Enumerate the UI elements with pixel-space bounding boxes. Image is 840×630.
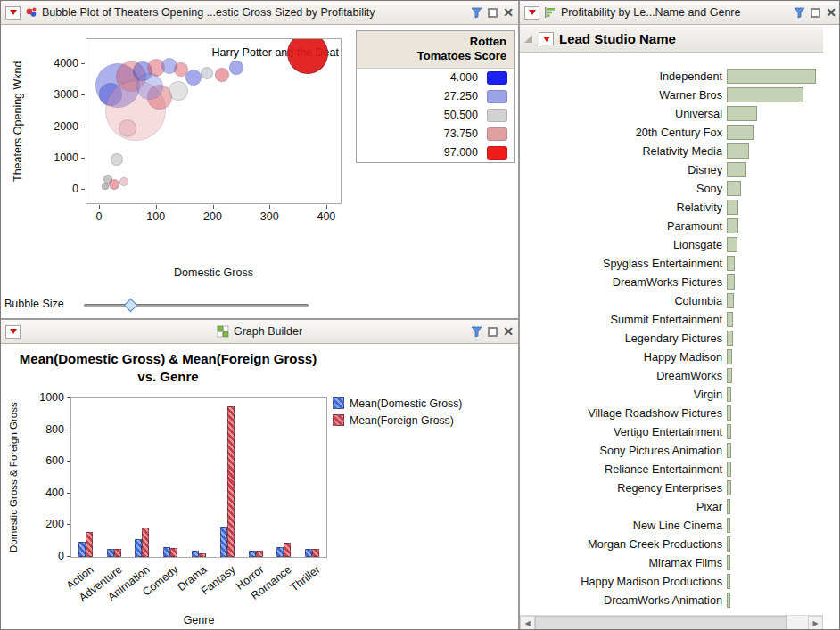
red-triangle-menu-button[interactable] — [5, 325, 21, 339]
bubble-size-slider[interactable] — [84, 299, 309, 311]
bar-foreign-gross[interactable] — [256, 551, 263, 557]
studio-name-label: 20th Century Fox — [520, 127, 727, 139]
profitability-bar[interactable] — [727, 218, 738, 233]
scrollbar-thumb[interactable] — [535, 616, 787, 630]
slider-track[interactable] — [84, 304, 309, 307]
profitability-bar[interactable] — [727, 143, 749, 159]
profitability-bar[interactable] — [727, 518, 730, 533]
profitability-bar[interactable] — [727, 593, 730, 608]
bar-domestic-gross[interactable] — [220, 527, 227, 557]
data-bubble[interactable] — [185, 70, 202, 86]
close-icon[interactable]: ✕ — [826, 6, 836, 19]
bar-domestic-gross[interactable] — [305, 549, 312, 557]
red-triangle-menu-button[interactable] — [539, 32, 554, 45]
bar-chart-plot-area[interactable] — [70, 397, 327, 558]
bar-domestic-gross[interactable] — [249, 551, 256, 557]
profitability-bar[interactable] — [727, 368, 732, 383]
horizontal-scrollbar[interactable]: ◀ ▶ — [520, 615, 823, 630]
bar-foreign-gross[interactable] — [86, 532, 93, 557]
legend-item[interactable]: 27.250 — [357, 87, 514, 106]
studio-row: DreamWorks Animation — [520, 591, 823, 610]
filter-funnel-icon[interactable] — [794, 7, 805, 19]
profitability-bar[interactable] — [727, 312, 733, 327]
left-column: Bubble Plot of Theaters Opening ...estic… — [1, 1, 518, 630]
profitability-bar[interactable] — [727, 69, 816, 84]
profitability-bar[interactable] — [727, 87, 803, 102]
profitability-bar[interactable] — [727, 499, 730, 514]
scroll-left-arrow[interactable]: ◀ — [520, 616, 535, 630]
profitability-bar[interactable] — [727, 424, 731, 439]
legend-item[interactable]: 73.750 — [357, 125, 514, 143]
profitability-bar[interactable] — [727, 405, 731, 421]
close-icon[interactable]: ✕ — [503, 325, 514, 338]
studio-row: Pixar — [520, 497, 823, 516]
data-bubble[interactable] — [201, 67, 213, 79]
bar-domestic-gross[interactable] — [192, 551, 199, 557]
bar-foreign-gross[interactable] — [284, 543, 291, 557]
profitability-bar[interactable] — [727, 162, 746, 177]
bar-domestic-gross[interactable] — [78, 542, 86, 557]
profitability-bar[interactable] — [727, 387, 731, 402]
bar-foreign-gross[interactable] — [114, 549, 121, 557]
legend-color-swatch — [487, 90, 507, 103]
disclosure-triangle-icon[interactable] — [523, 34, 533, 44]
red-triangle-menu-button[interactable] — [5, 6, 21, 20]
bar-domestic-gross[interactable] — [107, 549, 114, 557]
data-bubble[interactable] — [119, 119, 136, 137]
filter-funnel-icon[interactable] — [471, 7, 482, 19]
studio-name-label: DreamWorks Pictures — [520, 276, 727, 289]
profitability-bar[interactable] — [727, 237, 737, 252]
profitability-bar[interactable] — [727, 462, 731, 477]
bar-domestic-gross[interactable] — [163, 547, 170, 557]
data-bubble[interactable] — [215, 68, 229, 82]
y-tick-mark — [81, 189, 85, 190]
profitability-bar[interactable] — [727, 574, 730, 589]
data-bubble[interactable] — [102, 183, 109, 190]
bar-foreign-gross[interactable] — [142, 528, 149, 557]
data-bubble[interactable] — [229, 61, 243, 75]
legend-item[interactable]: 4.000 — [357, 69, 514, 87]
chart-title: Mean(Domestic Gross) & Mean(Foreign Gros… — [14, 350, 322, 387]
bar-foreign-gross[interactable] — [227, 406, 235, 557]
bar-foreign-gross[interactable] — [199, 553, 206, 557]
profitability-bar[interactable] — [727, 349, 732, 364]
bubble-plot-area[interactable]: Harry Potter and the Deat — [86, 38, 342, 204]
slider-thumb[interactable] — [124, 299, 138, 313]
scroll-right-arrow[interactable]: ▶ — [808, 616, 823, 630]
bar-foreign-gross[interactable] — [312, 549, 319, 557]
bar-domestic-gross[interactable] — [135, 539, 142, 557]
bar-foreign-gross[interactable] — [170, 548, 177, 557]
legend-item[interactable]: 97.000 — [357, 143, 514, 162]
profitability-bar[interactable] — [727, 200, 738, 215]
profitability-bar[interactable] — [727, 443, 731, 458]
data-bubble[interactable] — [109, 179, 119, 190]
profitability-bar[interactable] — [727, 256, 735, 271]
profitability-bar[interactable] — [727, 480, 731, 495]
profitability-bar[interactable] — [727, 125, 754, 140]
data-bubble[interactable] — [169, 81, 188, 101]
filter-funnel-icon[interactable] — [471, 326, 482, 338]
maximize-icon[interactable] — [488, 327, 498, 337]
profitability-bar[interactable] — [727, 181, 741, 196]
legend-item[interactable]: Mean(Foreign Gross) — [333, 412, 462, 429]
profitability-bar[interactable] — [727, 536, 730, 552]
red-triangle-menu-button[interactable] — [524, 6, 539, 20]
bubble-plot-panel: Bubble Plot of Theaters Opening ...estic… — [1, 1, 518, 320]
close-icon[interactable]: ✕ — [503, 6, 514, 19]
data-bubble[interactable] — [287, 38, 328, 74]
maximize-icon[interactable] — [811, 8, 820, 18]
maximize-icon[interactable] — [488, 8, 498, 18]
legend-item[interactable]: Mean(Domestic Gross) — [333, 395, 462, 412]
profitability-bar[interactable] — [727, 274, 735, 290]
profitability-bar[interactable] — [727, 331, 733, 346]
data-bubble[interactable] — [119, 177, 128, 186]
studio-name-label: Legendary Pictures — [520, 332, 727, 345]
studio-name-label: Village Roadshow Pictures — [520, 407, 727, 420]
profitability-bar[interactable] — [727, 106, 757, 121]
data-bubble[interactable] — [111, 153, 123, 166]
profitability-bar[interactable] — [727, 555, 730, 570]
bar-domestic-gross[interactable] — [276, 547, 284, 557]
legend-item[interactable]: 50.500 — [357, 106, 514, 125]
studio-row: DreamWorks Pictures — [520, 273, 823, 291]
profitability-bar[interactable] — [727, 293, 734, 308]
